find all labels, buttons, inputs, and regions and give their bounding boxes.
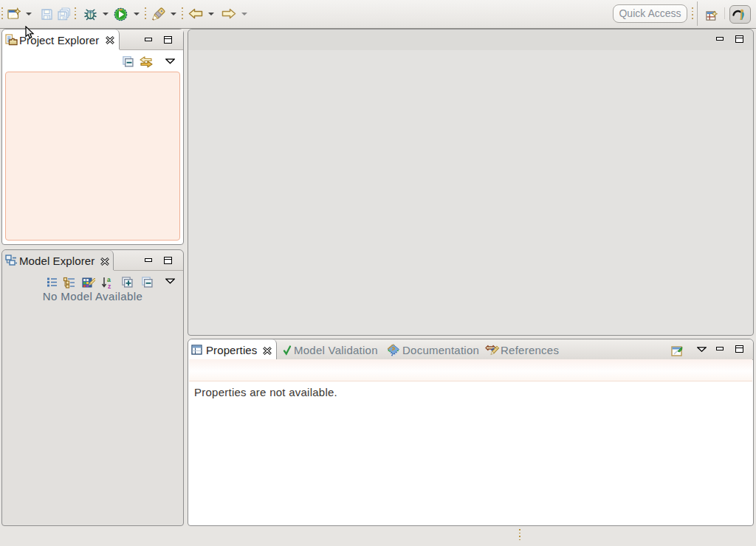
svg-text:z: z (108, 283, 111, 289)
